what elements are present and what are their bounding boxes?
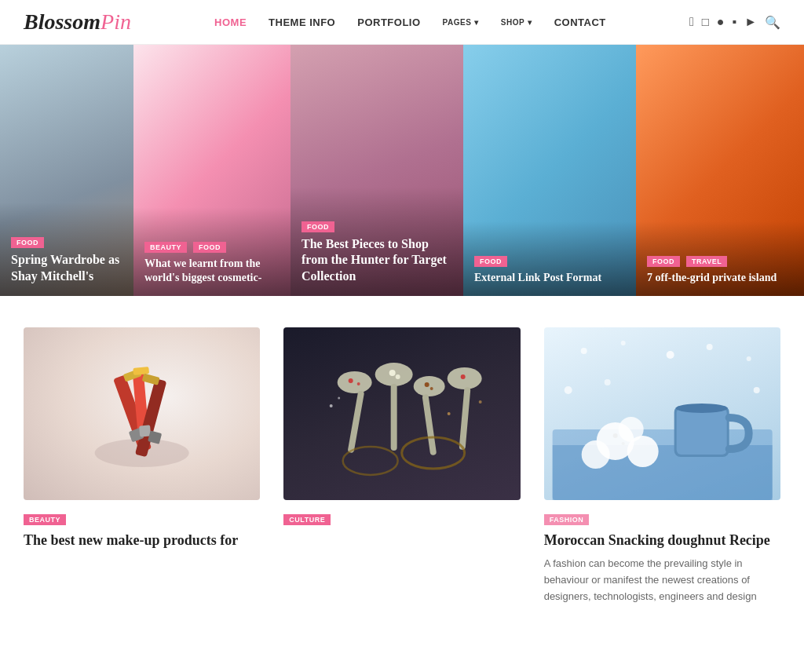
hero-card-3[interactable]: FOOD The Best Pieces to Shop from the Hu… [291, 45, 463, 296]
svg-point-21 [396, 374, 400, 379]
svg-point-34 [706, 344, 712, 350]
svg-point-28 [479, 400, 482, 404]
facebook-icon[interactable]:  [689, 15, 694, 29]
hero-title-3: The Best Pieces to Shop from the Hunter … [302, 236, 452, 285]
svg-point-48 [612, 433, 617, 438]
post-title-1: The best new make-up products for [24, 531, 260, 550]
svg-point-43 [675, 404, 727, 413]
main-content: BEAUTY The best new make-up products for [0, 296, 804, 621]
nav-pages[interactable]: PAGES ▾ [443, 18, 479, 27]
svg-point-18 [349, 378, 353, 383]
nav-pages-label: PAGES [443, 18, 472, 27]
svg-point-14 [414, 376, 445, 396]
hero-tags-2: BEAUTY FOOD [144, 239, 280, 257]
svg-rect-5 [139, 425, 151, 436]
hero-title-2: What we learnt from the world's biggest … [144, 257, 280, 285]
svg-point-47 [618, 417, 643, 442]
hero-title-5: 7 off-the-grid private island [647, 271, 793, 285]
nav-contact[interactable]: CONTACT [554, 16, 606, 28]
chevron-down-icon: ▾ [528, 18, 532, 27]
post-card-1[interactable]: BEAUTY The best new make-up products for [24, 327, 260, 605]
svg-rect-42 [676, 408, 726, 455]
logo-part1: Blossom [24, 9, 100, 34]
tag-beauty[interactable]: BEAUTY [24, 514, 66, 525]
svg-point-26 [338, 397, 340, 400]
posts-grid: BEAUTY The best new make-up products for [24, 327, 780, 605]
beauty-illustration [24, 327, 260, 500]
hero-tags-3: FOOD [302, 218, 452, 236]
svg-point-25 [330, 404, 333, 407]
post-card-2[interactable]: CULTURE [283, 327, 520, 605]
nav-portfolio[interactable]: PORTFOLIO [357, 16, 420, 28]
hero-tags-5: FOOD TRAVEL [647, 253, 793, 271]
svg-point-22 [425, 382, 429, 387]
pinterest-icon[interactable]: ● [717, 15, 725, 29]
main-nav: HOME THEME INFO PORTFOLIO PAGES ▾ SHOP ▾… [214, 16, 606, 28]
svg-point-10 [338, 371, 372, 393]
svg-rect-15 [422, 394, 437, 455]
svg-rect-8 [133, 367, 149, 375]
hero-card-5[interactable]: FOOD TRAVEL 7 off-the-grid private islan… [636, 45, 804, 296]
svg-point-35 [746, 356, 751, 361]
winter-illustration [544, 327, 780, 500]
svg-rect-17 [459, 387, 471, 450]
post-tag-3[interactable]: FASHION [544, 511, 780, 531]
site-header: BlossomPin HOME THEME INFO PORTFOLIO PAG… [0, 0, 804, 45]
svg-rect-9 [142, 374, 160, 385]
nav-shop-label: SHOP [501, 18, 524, 27]
post-thumb-1 [24, 327, 260, 500]
hero-card-2[interactable]: BEAUTY FOOD What we learnt from the worl… [133, 45, 291, 296]
svg-point-46 [581, 440, 609, 469]
logo-part2: Pin [100, 9, 131, 34]
linkedin-icon[interactable]: ▪ [732, 15, 736, 29]
tag-travel[interactable]: TRAVEL [686, 256, 727, 267]
tag-food[interactable]: FOOD [193, 242, 226, 253]
hero-card-4[interactable]: FOOD External Link Post Format [463, 45, 636, 296]
hero-card-1[interactable]: FOOD Spring Wardrobe as Shay Mitchell's [0, 45, 133, 296]
youtube-icon[interactable]: ► [744, 15, 757, 29]
svg-point-31 [580, 348, 587, 354]
post-card-3[interactable]: FASHION Moroccan Snacking doughnut Recip… [544, 327, 780, 605]
svg-point-36 [564, 386, 572, 394]
post-excerpt-3: A fashion can become the prevailing styl… [544, 556, 780, 604]
tag-food[interactable]: FOOD [647, 256, 680, 267]
social-icons-bar:  □ ● ▪ ► 🔍 [689, 15, 780, 30]
svg-rect-13 [391, 384, 397, 451]
svg-point-49 [621, 442, 624, 445]
spices-illustration [283, 327, 520, 500]
tag-fashion[interactable]: FASHION [544, 514, 590, 525]
hero-tags-4: FOOD [474, 253, 625, 271]
hero-tags-1: FOOD [11, 234, 122, 252]
svg-point-37 [604, 379, 610, 385]
post-tag-2[interactable]: CULTURE [283, 511, 520, 531]
hero-slider: FOOD Spring Wardrobe as Shay Mitchell's … [0, 45, 804, 296]
svg-point-27 [448, 412, 451, 415]
svg-point-24 [461, 374, 466, 379]
post-thumb-2 [283, 327, 520, 500]
nav-shop[interactable]: SHOP ▾ [501, 18, 532, 27]
post-thumb-3 [544, 327, 780, 500]
svg-point-23 [430, 387, 433, 390]
svg-point-32 [620, 341, 625, 345]
tag-beauty[interactable]: BEAUTY [144, 242, 187, 253]
tag-food[interactable]: FOOD [474, 256, 507, 267]
svg-point-38 [753, 387, 759, 393]
svg-point-33 [666, 351, 674, 359]
tag-food[interactable]: FOOD [302, 221, 334, 232]
hero-title-1: Spring Wardrobe as Shay Mitchell's [11, 252, 122, 285]
tag-food[interactable]: FOOD [11, 237, 44, 248]
post-title-3: Moroccan Snacking doughnut Recipe [544, 531, 780, 550]
nav-theme-info[interactable]: THEME INFO [269, 16, 335, 28]
hero-title-4: External Link Post Format [474, 271, 625, 285]
post-tag-1[interactable]: BEAUTY [24, 511, 260, 531]
tag-culture[interactable]: CULTURE [283, 514, 331, 525]
search-icon[interactable]: 🔍 [765, 15, 780, 30]
chevron-down-icon: ▾ [474, 18, 479, 27]
svg-point-19 [357, 382, 360, 385]
instagram-icon[interactable]: □ [702, 16, 709, 29]
nav-home[interactable]: HOME [214, 16, 247, 28]
svg-point-20 [389, 370, 396, 376]
svg-rect-11 [348, 390, 365, 453]
site-logo[interactable]: BlossomPin [24, 9, 131, 35]
svg-point-30 [343, 447, 398, 475]
